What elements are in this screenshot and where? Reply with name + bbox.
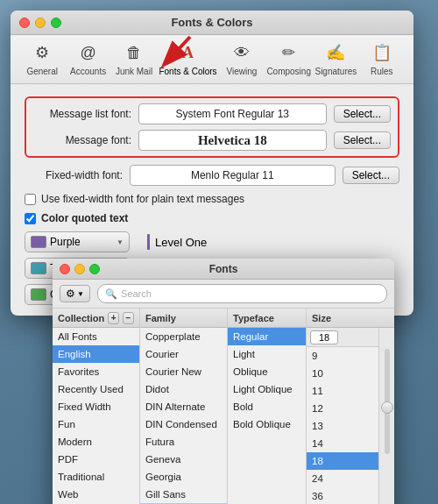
toolbar-signatures[interactable]: ✍ Signatures (314, 40, 357, 76)
fixed-width-font-label: Fixed-width font: (25, 169, 130, 181)
purple-dropdown-arrow: ▼ (117, 238, 124, 246)
fonts-zoom-button[interactable] (89, 264, 100, 274)
size-slider-thumb[interactable] (381, 401, 393, 414)
window-title: Fonts & Colors (171, 16, 252, 29)
composing-icon: ✏ (277, 40, 301, 65)
collection-remove-button[interactable]: − (123, 312, 134, 324)
zoom-button[interactable] (51, 18, 61, 28)
family-item[interactable]: Georgia (140, 468, 227, 486)
fixed-width-font-display: Menlo Regular 11 (130, 165, 336, 186)
collection-item[interactable]: All Fonts (53, 328, 139, 345)
message-list-select-button[interactable]: Select... (334, 105, 391, 123)
toolbar-general[interactable]: ⚙ General (21, 40, 63, 76)
viewing-icon: 👁 (230, 40, 254, 65)
fixed-width-font-row: Fixed-width font: Menlo Regular 11 Selec… (25, 165, 399, 186)
collection-body: All FontsEnglishFavoritesRecently UsedFi… (53, 328, 139, 503)
family-item[interactable]: Courier (140, 345, 227, 363)
gear-chevron: ▼ (77, 290, 84, 298)
size-item[interactable]: 24 (307, 470, 378, 487)
minimize-button[interactable] (35, 18, 46, 28)
collection-item[interactable]: Recently Used (53, 380, 139, 398)
size-slider-track[interactable] (385, 349, 390, 454)
fixed-width-checkbox-row: Use fixed-width font for plain text mess… (25, 193, 399, 205)
collection-add-button[interactable]: + (108, 312, 119, 324)
typeface-item[interactable]: Oblique (228, 363, 306, 380)
size-item[interactable]: 13 (307, 417, 378, 435)
size-item[interactable]: 18 (307, 452, 378, 470)
fonts-close-button[interactable] (60, 264, 70, 274)
fonts-minimize-button[interactable] (74, 264, 85, 274)
typeface-item[interactable]: Bold (228, 398, 306, 415)
toolbar-rules[interactable]: 📋 Rules (361, 40, 403, 76)
close-button[interactable] (19, 18, 30, 28)
family-header-label: Family (145, 313, 176, 323)
title-bar: Fonts & Colors (11, 11, 413, 35)
gear-icon: ⚙ (66, 287, 75, 300)
size-item[interactable]: 10 (307, 365, 378, 382)
fonts-traffic-lights (60, 264, 100, 274)
typeface-item[interactable]: Light Oblique (228, 380, 306, 398)
size-item[interactable]: 11 (307, 382, 378, 400)
toolbar-accounts-label: Accounts (70, 67, 106, 76)
toolbar-accounts[interactable]: @ Accounts (67, 40, 110, 76)
collection-item[interactable]: English (53, 345, 139, 363)
toolbar-fonts-colors[interactable]: A Fonts & Colors (159, 40, 216, 76)
fonts-colors-icon: A (175, 40, 200, 65)
toolbar-junk-mail[interactable]: 🗑 Junk Mail (113, 40, 155, 76)
fonts-panel-title: Fonts (209, 263, 238, 275)
collection-item[interactable]: PDF (53, 451, 139, 468)
size-item[interactable]: 36 (307, 487, 378, 504)
message-list-font-display: System Font Regular 13 (138, 103, 327, 124)
collection-item[interactable]: Web (53, 486, 139, 503)
message-font-select-button[interactable]: Select... (334, 131, 391, 149)
size-item[interactable]: 12 (307, 400, 378, 417)
color-picker-purple[interactable]: Purple ▼ (25, 231, 130, 252)
accounts-icon: @ (76, 40, 101, 65)
typeface-header: Typeface (228, 309, 306, 328)
red-bordered-group: Message list font: System Font Regular 1… (25, 96, 399, 158)
purple-swatch (31, 236, 46, 248)
fonts-search-box[interactable]: 🔍 Search (97, 284, 387, 303)
size-input[interactable] (310, 330, 338, 344)
color-quoted-checkbox[interactable] (25, 213, 36, 224)
fonts-gear-button[interactable]: ⚙ ▼ (60, 285, 90, 302)
fonts-panel: Fonts ⚙ ▼ 🔍 Search Collection + − All Fo… (53, 259, 394, 504)
typeface-item[interactable]: Bold Oblique (228, 415, 306, 433)
family-item[interactable]: DIN Alternate (140, 398, 227, 415)
level-one-label: Level One (140, 231, 215, 252)
size-item[interactable]: 9 (307, 347, 378, 365)
collection-item[interactable]: Fixed Width (53, 398, 139, 415)
family-item[interactable]: Copperplate (140, 328, 227, 345)
typeface-item[interactable]: Light (228, 345, 306, 363)
fixed-width-select-button[interactable]: Select... (343, 167, 399, 184)
size-slider-area (378, 328, 394, 504)
toolbar: ⚙ General @ Accounts 🗑 Junk Mail A Fonts… (11, 35, 413, 84)
fixed-width-checkbox-label: Use fixed-width font for plain text mess… (41, 193, 244, 205)
message-font-row: Message font: Helvetica 18 Select... (33, 130, 391, 151)
level-one-text: Level One (155, 236, 207, 249)
toolbar-composing[interactable]: ✏ Composing (266, 40, 311, 76)
collection-item[interactable]: Favorites (53, 363, 139, 380)
family-item[interactable]: Geneva (140, 451, 227, 468)
size-column: Size 9101112131418243648 (307, 309, 394, 504)
toolbar-general-label: General (26, 67, 58, 76)
collection-item[interactable]: Fun (53, 415, 139, 433)
fonts-table: Collection + − All FontsEnglishFavorites… (53, 309, 394, 504)
size-header: Size (307, 309, 394, 328)
typeface-item[interactable]: Regular (228, 328, 306, 345)
toolbar-viewing[interactable]: 👁 Viewing (221, 40, 263, 76)
collection-item[interactable]: Traditional (53, 468, 139, 486)
fixed-width-checkbox[interactable] (25, 194, 36, 205)
family-item[interactable]: DIN Condensed (140, 415, 227, 433)
level-one-bar (147, 234, 150, 250)
message-list-font-value: System Font Regular 13 (176, 108, 289, 120)
family-item[interactable]: Courier New (140, 363, 227, 380)
family-item[interactable]: Gill Sans (140, 486, 227, 503)
size-item[interactable]: 14 (307, 435, 378, 452)
size-list: 9101112131418243648 (307, 328, 378, 504)
family-item[interactable]: Didot (140, 380, 227, 398)
collection-item[interactable]: Modern (53, 433, 139, 451)
search-icon: 🔍 (105, 288, 117, 300)
family-item[interactable]: Futura (140, 433, 227, 451)
family-column: Family CopperplateCourierCourier NewDido… (140, 309, 228, 504)
